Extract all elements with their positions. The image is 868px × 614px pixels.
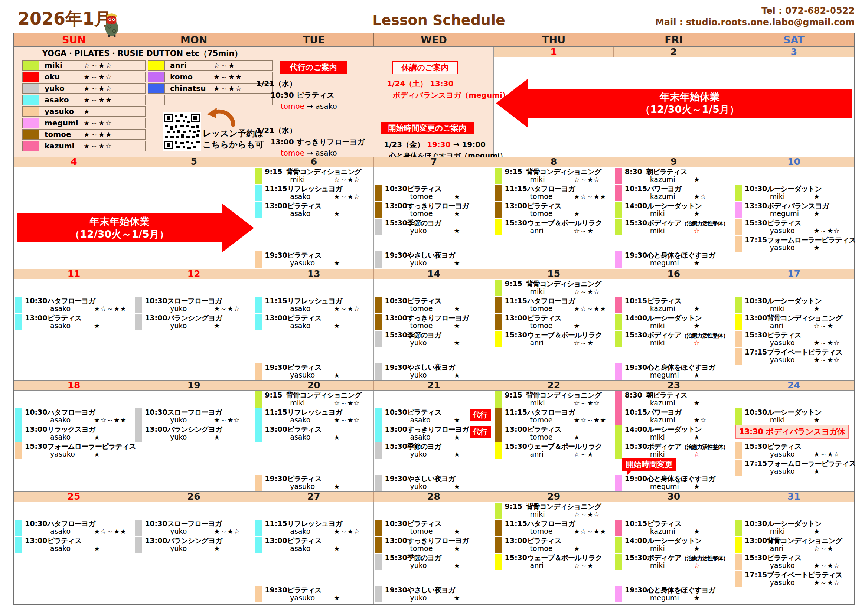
lesson-instructor: asako bbox=[290, 192, 334, 200]
lesson-level-stars: ★ bbox=[454, 562, 460, 569]
instructor-color-bar bbox=[615, 202, 622, 218]
lesson-title: フォームローラーピラティス bbox=[767, 236, 856, 244]
instructor-name: anri bbox=[164, 60, 209, 71]
decorative-rect bbox=[194, 131, 196, 133]
decorative-div: yasuko★～★☆ bbox=[770, 578, 840, 587]
lesson-title: バランシングヨガ bbox=[167, 536, 222, 544]
instructor-color-bar bbox=[255, 168, 262, 184]
reservation-note-line1: レッスン予約は bbox=[203, 128, 264, 139]
decorative-div: yuko★ bbox=[410, 371, 460, 379]
day-cell-14: 10:30ピラティス tomoe★ 13:00すっきりフローヨガ tomoe★ … bbox=[374, 279, 494, 380]
instructor-color-bar bbox=[255, 251, 262, 268]
decorative-div: kazumi★ bbox=[650, 527, 700, 535]
substitute-notice-title: 代行のご案内 bbox=[280, 61, 347, 73]
lesson-instructor: asako bbox=[410, 416, 454, 424]
decorative-div: megumi★ bbox=[650, 259, 700, 267]
lesson-level-stars: ★☆ bbox=[694, 416, 707, 424]
lesson-instructor: yuko bbox=[170, 433, 214, 441]
decorative-rect bbox=[194, 116, 197, 120]
lesson-title: やさしい夜ヨガ bbox=[407, 474, 455, 482]
lesson-entry: 10:15パワーヨガ kazumi★☆ bbox=[615, 408, 734, 425]
instructor-color-bar bbox=[135, 408, 142, 425]
lesson-time: 11:15 bbox=[505, 297, 527, 305]
lesson-level-stars: ☆ bbox=[694, 450, 700, 458]
instructor-color-bar bbox=[15, 520, 22, 536]
lesson-instructor: asako bbox=[290, 416, 334, 424]
lesson-entry: 13:00ピラティス asako★ bbox=[15, 537, 134, 553]
decorative-polygon bbox=[207, 108, 217, 118]
lesson-instructor: tomoe bbox=[530, 209, 574, 217]
lesson-title: ピラティス bbox=[527, 202, 561, 210]
lesson-title: ボディケア bbox=[647, 219, 681, 227]
instructor-name: miki bbox=[39, 60, 79, 71]
lesson-instructor: miki bbox=[770, 192, 814, 200]
lesson-title: ハタフローヨガ bbox=[47, 297, 95, 305]
lesson-title: ピラティス bbox=[647, 519, 681, 527]
instructor-color-bar bbox=[135, 425, 142, 442]
lesson-entry: 15:30ボディケア（治癒力活性整体） miki☆ bbox=[615, 331, 734, 347]
lesson-level-stars: ☆～★☆ bbox=[334, 399, 360, 407]
lesson-entry: 14:00ルーシーダットン miki★ bbox=[615, 314, 734, 330]
instructor-color-bar bbox=[735, 348, 742, 364]
instructor-color-bar bbox=[495, 168, 502, 184]
decorative-div: yuko★ bbox=[170, 544, 220, 552]
decorative-div: tomoe★ bbox=[410, 544, 460, 552]
tel-label: Tel : 072-682-0522 bbox=[655, 5, 855, 17]
lesson-instructor: miki bbox=[770, 304, 814, 313]
lesson-level-stars: ★～★☆ bbox=[814, 339, 840, 347]
lesson-title: ピラティス bbox=[287, 251, 321, 259]
lesson-title: プライベートピラティス bbox=[767, 571, 842, 579]
lesson-time: 10:30 bbox=[745, 297, 767, 305]
lesson-instructor: miki bbox=[770, 527, 814, 535]
lesson-title: フォームローラーピラティス bbox=[767, 459, 856, 467]
instructor-color-bar bbox=[615, 297, 622, 313]
decorative-div: megumi★ bbox=[770, 209, 820, 217]
time-change-date: 1/23（金） bbox=[384, 140, 427, 149]
lesson-instructor: anri bbox=[530, 450, 574, 458]
decorative-div: anri☆～★ bbox=[530, 338, 594, 347]
decorative-rect bbox=[186, 125, 189, 127]
lesson-level-stars: ★～★☆ bbox=[814, 579, 840, 586]
date-cell-23: 23 bbox=[614, 380, 734, 390]
lesson-level-stars: ☆～★ bbox=[574, 562, 594, 569]
instructor-color-bar bbox=[15, 537, 22, 553]
instructor-color-bar bbox=[375, 425, 382, 442]
instructor-swatch bbox=[22, 83, 39, 93]
holiday-arrow-week1: 年末年始休業 （12/30火～1/5月） bbox=[496, 79, 852, 128]
lesson-entry: 15:30ウェーブ＆ポールリラク anri☆～★ bbox=[495, 331, 614, 347]
lesson-level-stars: ★ bbox=[214, 433, 220, 441]
date-cell-10: 10 bbox=[734, 157, 854, 167]
decorative-div: tomoe★ bbox=[410, 192, 460, 200]
instructor-color-bar bbox=[495, 554, 502, 570]
legend-row: chinatsu★～★☆ bbox=[148, 83, 274, 93]
decorative-div: anri☆～★ bbox=[530, 561, 594, 570]
lesson-time: 14:00 bbox=[625, 202, 647, 210]
lesson-level-stars: ★ bbox=[454, 210, 460, 217]
day-cell-16: 10:15ピラティス kazumi★ 14:00ルーシーダットン miki★ 1… bbox=[614, 279, 734, 380]
lesson-level-stars: ★ bbox=[454, 433, 460, 441]
instructor-color-bar bbox=[495, 314, 502, 330]
instructor-color-bar bbox=[735, 460, 742, 476]
lesson-title: ボディケア bbox=[647, 554, 681, 562]
lesson-level-stars: ★～★☆ bbox=[814, 562, 840, 569]
lesson-title: すっきりフローヨガ bbox=[407, 314, 469, 322]
day-cell-22: 9:15背骨コンディショニング miki☆～★☆ 11:15ハタフローヨガ to… bbox=[494, 391, 614, 492]
lesson-instructor: miki bbox=[290, 175, 334, 183]
lesson-instructor: asako bbox=[50, 433, 94, 441]
lesson-title: ピラティス bbox=[287, 474, 321, 482]
lesson-level-stars: ★ bbox=[694, 527, 700, 535]
lesson-entry: 14:00ルーシーダットン miki★ bbox=[615, 537, 734, 553]
decorative-rect bbox=[183, 131, 186, 133]
decorative-div: tomoe★ bbox=[410, 304, 460, 313]
lesson-title: ピラティス bbox=[407, 185, 442, 193]
instructor-stars: ★～★★ bbox=[79, 95, 146, 105]
lesson-time: 11:15 bbox=[265, 408, 287, 416]
lesson-level-stars: ★ bbox=[694, 544, 700, 552]
lesson-title: 背骨コンディショニング bbox=[527, 502, 601, 510]
decorative-div: megumi★ bbox=[650, 594, 700, 602]
lesson-title: ハタフローヨガ bbox=[527, 519, 575, 527]
decorative-div: tomoe★ bbox=[410, 527, 460, 535]
week-content-row: 10:30ハタフローヨガ asako★☆～★★ 13:00ピラティス asako… bbox=[14, 279, 854, 380]
lesson-entry: 13:00ピラティス asako★ bbox=[255, 537, 374, 553]
decorative-div: asako★～★☆ bbox=[290, 192, 360, 201]
